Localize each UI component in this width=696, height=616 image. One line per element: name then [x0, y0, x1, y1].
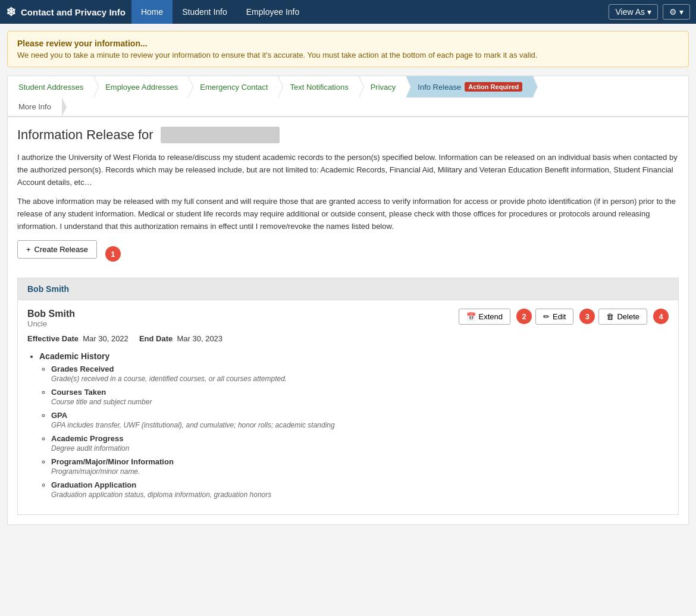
dates-row: Effective Date Mar 30, 2022 End Date Mar… — [27, 334, 669, 343]
sub-item-name: GPA — [51, 411, 67, 420]
extend-label: Extend — [479, 312, 503, 321]
app-title: Contact and Privacy Info — [21, 7, 126, 17]
sub-item-desc: Grade(s) received in a course, identifie… — [51, 375, 669, 383]
categories-list: Academic History Grades Received Grade(s… — [27, 351, 669, 499]
end-date-label: End Date — [139, 334, 173, 343]
tab-info-release-label: Info Release — [418, 83, 461, 92]
plus-icon: + — [26, 245, 31, 254]
gear-chevron-icon: ▾ — [679, 7, 684, 17]
nav-employee-info[interactable]: Employee Info — [237, 0, 309, 24]
delete-badge: 4 — [653, 309, 669, 324]
view-as-label: View As — [615, 7, 645, 17]
category-name: Academic History — [39, 351, 109, 361]
tab-employee-addresses[interactable]: Employee Addresses — [95, 76, 189, 98]
trash-icon: 🗑 — [606, 312, 614, 321]
sub-item-name: Academic Progress — [51, 434, 123, 443]
list-item: Academic Progress Degree audit informati… — [51, 434, 669, 452]
contact-actions: 📅 Extend 2 ✏ Edit 3 🗑 Delete 4 — [459, 309, 669, 325]
list-item: Program/Major/Minor Information Program/… — [51, 457, 669, 476]
contact-name: Bob Smith — [27, 309, 75, 319]
nav-links: Home Student Info Employee Info — [131, 0, 609, 24]
sub-item-desc: GPA includes transfer, UWF (institutiona… — [51, 421, 669, 429]
tab-privacy-label: Privacy — [371, 83, 396, 92]
info-paragraph-2: The above information may be released wi… — [17, 196, 679, 232]
sub-item-name: Graduation Application — [51, 480, 136, 489]
contact-info: Bob Smith Uncle — [27, 309, 75, 328]
tab-more-info-label: More Info — [18, 102, 51, 111]
calendar-icon: 📅 — [466, 312, 476, 321]
contact-section-name: Bob Smith — [27, 284, 69, 294]
edit-badge: 3 — [579, 309, 595, 324]
effective-date-label: Effective Date — [27, 334, 79, 343]
tab-nav-row2: More Info — [7, 98, 689, 117]
effective-date-value: Mar 30, 2022 — [83, 334, 128, 343]
view-as-button[interactable]: View As ▾ — [609, 4, 658, 20]
contact-card: Bob Smith Uncle 📅 Extend 2 ✏ Edit 3 — [17, 300, 679, 515]
gear-icon: ⚙ — [669, 7, 677, 17]
tab-nav-row1: Student Addresses Employee Addresses Eme… — [7, 76, 689, 98]
settings-button[interactable]: ⚙ ▾ — [663, 4, 690, 20]
logo-icon: ❄ — [6, 5, 16, 19]
page-title-prefix: Information Release for — [17, 127, 153, 143]
alert-title: Please review your information... — [17, 39, 679, 48]
contact-section-header: Bob Smith — [17, 278, 679, 300]
delete-button[interactable]: 🗑 Delete — [598, 309, 647, 325]
sub-list: Grades Received Grade(s) received in a c… — [39, 364, 669, 499]
main-content: Please review your information... We nee… — [0, 24, 696, 532]
sub-item-desc: Graduation application status, diploma i… — [51, 491, 669, 499]
end-date-value: Mar 30, 2023 — [177, 334, 222, 343]
list-item: Grades Received Grade(s) received in a c… — [51, 364, 669, 383]
list-item: Academic History Grades Received Grade(s… — [39, 351, 669, 499]
action-required-badge: Action Required — [465, 82, 522, 92]
info-paragraph-1: I authorize the University of West Flori… — [17, 152, 679, 188]
chevron-down-icon: ▾ — [647, 7, 651, 17]
alert-text: We need you to take a minute to review y… — [17, 51, 679, 59]
page-title-row: Information Release for — [17, 127, 679, 143]
tab-privacy[interactable]: Privacy — [360, 76, 407, 98]
list-item: Courses Taken Course title and subject n… — [51, 388, 669, 406]
sub-item-desc: Degree audit information — [51, 444, 669, 452]
user-name-blurred — [161, 127, 280, 143]
tab-more-info[interactable]: More Info — [8, 98, 62, 116]
tab-info-release[interactable]: Info Release Action Required — [407, 76, 534, 98]
tab-employee-addresses-label: Employee Addresses — [105, 83, 178, 92]
create-release-badge: 1 — [105, 246, 121, 262]
list-item: Graduation Application Graduation applic… — [51, 480, 669, 499]
create-release-row: + Create Release 1 — [17, 240, 679, 268]
extend-button[interactable]: 📅 Extend — [459, 309, 510, 325]
contact-card-header: Bob Smith Uncle 📅 Extend 2 ✏ Edit 3 — [27, 309, 669, 328]
nav-student-info[interactable]: Student Info — [173, 0, 237, 24]
nav-home[interactable]: Home — [131, 0, 173, 24]
tab-student-addresses-label: Student Addresses — [18, 83, 83, 92]
edit-button[interactable]: ✏ Edit — [535, 309, 573, 325]
tab-text-notifications[interactable]: Text Notifications — [279, 76, 359, 98]
alert-box: Please review your information... We nee… — [7, 31, 689, 67]
delete-label: Delete — [617, 312, 639, 321]
page-body: Information Release for I authorize the … — [7, 117, 689, 525]
extend-badge: 2 — [516, 309, 532, 324]
sub-item-name: Courses Taken — [51, 388, 106, 397]
contact-relation: Uncle — [27, 319, 75, 328]
sub-item-desc: Program/major/minor name. — [51, 467, 669, 476]
tab-student-addresses[interactable]: Student Addresses — [8, 76, 95, 98]
top-nav: ❄ Contact and Privacy Info Home Student … — [0, 0, 696, 24]
tab-text-notifications-label: Text Notifications — [290, 83, 348, 92]
nav-right: View As ▾ ⚙ ▾ — [609, 4, 690, 20]
sub-item-desc: Course title and subject number — [51, 398, 669, 406]
sub-item-name: Grades Received — [51, 364, 114, 373]
tab-emergency-contact[interactable]: Emergency Contact — [189, 76, 279, 98]
list-item: GPA GPA includes transfer, UWF (institut… — [51, 411, 669, 429]
edit-label: Edit — [553, 312, 566, 321]
tab-emergency-contact-label: Emergency Contact — [200, 83, 268, 92]
app-logo: ❄ Contact and Privacy Info — [6, 5, 126, 19]
sub-item-name: Program/Major/Minor Information — [51, 457, 174, 466]
create-release-label: Create Release — [35, 245, 88, 254]
create-release-button[interactable]: + Create Release — [17, 240, 97, 259]
pencil-icon: ✏ — [543, 312, 550, 321]
